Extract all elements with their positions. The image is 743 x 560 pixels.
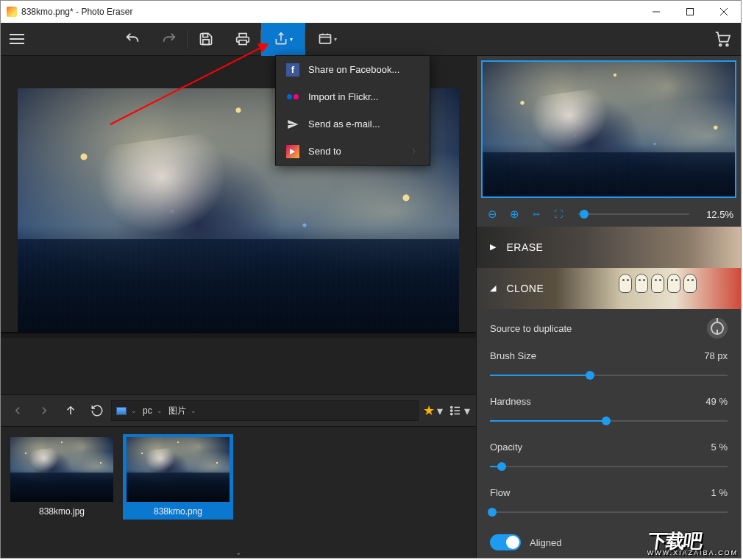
share-flickr-item[interactable]: Import in Flickr...: [276, 83, 430, 110]
menu-item-label: Send as e-mail...: [308, 118, 380, 130]
flow-value: 1 %: [691, 487, 728, 498]
menu-button[interactable]: [1, 23, 33, 56]
chevron-down-icon: ◢: [490, 283, 497, 293]
zoom-slider[interactable]: [578, 213, 689, 215]
thumbnail-item[interactable]: 838kmo.png: [123, 434, 233, 520]
menu-item-label: Share on Facebook...: [308, 64, 399, 75]
maximize-button[interactable]: [673, 1, 707, 23]
thumbnail-label: 838kmo.jpg: [39, 506, 85, 517]
file-browser-bar: ⌄ pc⌄ 图片⌄ ★▾ ▾: [1, 394, 476, 427]
hardness-slider[interactable]: [490, 415, 728, 427]
section-label: CLONE: [507, 283, 544, 294]
doodle-icon: [619, 274, 697, 293]
caret-down-icon: ▾: [290, 36, 293, 43]
app-logo-icon: [7, 7, 17, 17]
cart-button[interactable]: [704, 23, 741, 56]
menu-item-label: Send to: [308, 146, 341, 157]
clone-section-header[interactable]: ◢ CLONE: [477, 268, 741, 309]
undo-button[interactable]: [114, 23, 151, 56]
brush-size-value: 78 px: [691, 350, 728, 361]
svg-rect-4: [203, 34, 208, 38]
zoom-in-button[interactable]: ⊕: [506, 208, 522, 221]
paper-plane-icon: [286, 118, 299, 131]
refresh-button[interactable]: [85, 398, 110, 423]
favorite-button[interactable]: ★▾: [420, 398, 445, 423]
zoom-out-button[interactable]: ⊖: [484, 208, 500, 221]
window-title: 838kmo.png* - Photo Eraser: [21, 7, 639, 17]
share-email-item[interactable]: Send as e-mail...: [276, 110, 430, 138]
aligned-label: Aligned: [530, 537, 561, 548]
watermark: 下载吧 WWW.XIAZAIBA.COM: [646, 533, 740, 556]
batch-button[interactable]: ▾: [305, 23, 349, 56]
svg-rect-9: [320, 35, 331, 43]
thumbnail-label: 838kmo.png: [154, 506, 202, 517]
fit-width-icon[interactable]: ⇿: [528, 209, 544, 219]
menu-item-label: Import in Flickr...: [308, 91, 378, 102]
path-segment[interactable]: pc: [143, 405, 152, 416]
svg-point-11: [726, 44, 728, 46]
star-icon: ★: [423, 403, 435, 419]
flow-label: Flow: [490, 487, 682, 498]
toolbar: ▾ ▾: [1, 23, 741, 56]
share-button[interactable]: ▾: [261, 23, 305, 56]
share-facebook-item[interactable]: f Share on Facebook...: [276, 56, 430, 83]
save-button[interactable]: [188, 23, 224, 56]
svg-point-12: [450, 406, 452, 408]
source-target-button[interactable]: [707, 318, 728, 339]
share-dropdown: f Share on Facebook... Import in Flickr.…: [275, 55, 430, 166]
pc-icon: [116, 407, 127, 415]
minimize-button[interactable]: [639, 1, 673, 23]
source-label: Source to duplicate: [490, 323, 698, 334]
path-segment[interactable]: 图片: [168, 405, 186, 417]
brush-size-slider[interactable]: [490, 369, 728, 381]
section-label: ERASE: [507, 241, 544, 253]
caret-down-icon: ▾: [334, 36, 337, 43]
side-panel: ⊖ ⊕ ⇿ ⛶ 12.5% ▶ ERASE ◢ CLONE Source to …: [476, 56, 741, 558]
brush-size-label: Brush Size: [490, 350, 682, 361]
erase-section-header[interactable]: ▶ ERASE: [477, 227, 741, 268]
thumbnail-strip: 838kmo.jpg 838kmo.png ⌄: [1, 427, 476, 558]
close-button[interactable]: [707, 1, 741, 23]
hardness-label: Hardness: [490, 396, 682, 407]
chevron-right-icon: 〉: [412, 146, 419, 157]
facebook-icon: f: [286, 63, 299, 77]
thumbnail-item[interactable]: 838kmo.jpg: [7, 434, 117, 520]
preview-thumbnail[interactable]: [481, 60, 736, 198]
svg-point-14: [450, 413, 452, 414]
zoom-value: 12.5%: [701, 209, 733, 220]
opacity-value: 5 %: [691, 442, 728, 453]
svg-point-13: [450, 410, 452, 411]
svg-rect-5: [203, 40, 209, 45]
hardness-value: 49 %: [691, 396, 728, 407]
fit-screen-icon[interactable]: ⛶: [550, 209, 566, 219]
flickr-icon: [286, 91, 299, 104]
chevron-right-icon: ▶: [490, 242, 497, 252]
back-button[interactable]: [5, 398, 30, 423]
collapse-handle[interactable]: ⌄: [235, 548, 241, 556]
svg-rect-7: [239, 40, 246, 45]
svg-point-10: [719, 44, 722, 46]
view-options-button[interactable]: ▾: [447, 398, 472, 423]
forward-button[interactable]: [32, 398, 57, 423]
svg-rect-1: [687, 9, 694, 15]
opacity-slider[interactable]: [490, 461, 728, 472]
sendto-icon: [286, 145, 299, 158]
flow-slider[interactable]: [490, 506, 728, 518]
aligned-toggle[interactable]: [490, 534, 521, 550]
titlebar: 838kmo.png* - Photo Eraser: [1, 1, 741, 23]
opacity-label: Opacity: [490, 442, 682, 453]
path-breadcrumb[interactable]: ⌄ pc⌄ 图片⌄: [111, 400, 419, 421]
redo-button[interactable]: [151, 23, 188, 56]
share-sendto-item[interactable]: Send to 〉: [276, 138, 430, 165]
up-button[interactable]: [58, 398, 83, 423]
